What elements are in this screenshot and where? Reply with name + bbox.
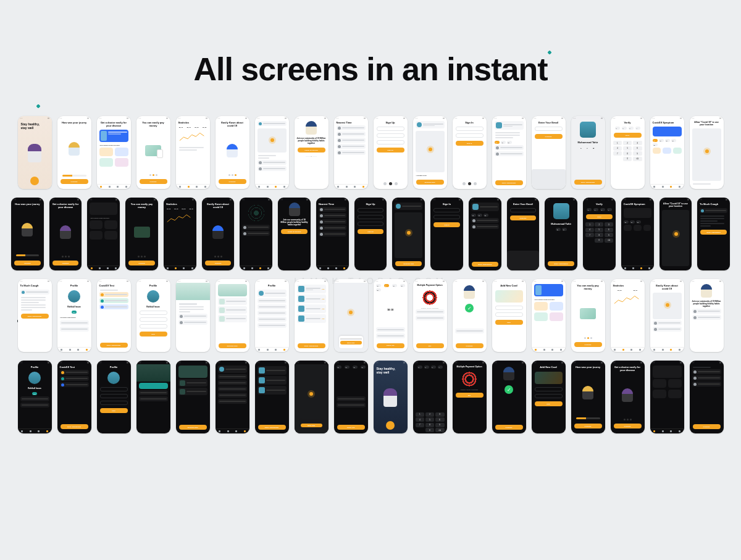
list-item[interactable] [495, 151, 524, 156]
screen-doctor-detail [255, 116, 289, 189]
continue-button[interactable]: Continue [495, 425, 523, 430]
card-input[interactable] [495, 312, 523, 317]
save-button[interactable]: Save [100, 408, 128, 413]
book-button[interactable]: Book Appointment [574, 180, 602, 185]
user-avatar [147, 290, 159, 303]
continue-button[interactable]: Continue [205, 261, 232, 265]
list-item[interactable] [337, 144, 366, 149]
screen-journey-dark: How was your journyContinue [11, 198, 44, 270]
list-item[interactable] [337, 138, 366, 143]
checkout-button[interactable]: Check Out [377, 343, 404, 348]
continue-button[interactable]: Continue [535, 134, 563, 139]
rating-slider[interactable] [576, 417, 600, 419]
checkout-button[interactable]: Check Out [337, 425, 365, 430]
card-input[interactable] [535, 394, 563, 398]
save-button[interactable]: Save [140, 332, 167, 336]
list-item[interactable] [337, 132, 366, 136]
name-input[interactable] [358, 208, 384, 212]
book-button[interactable]: Book Appointment [100, 343, 128, 348]
email-input[interactable] [510, 208, 537, 212]
list-item[interactable] [337, 125, 366, 130]
list-item[interactable] [337, 150, 366, 155]
schedule-button[interactable]: Schedule Now [416, 180, 444, 185]
hospital-image [176, 283, 210, 300]
email-input[interactable] [456, 127, 484, 131]
book-button[interactable]: Book Appointment [258, 425, 286, 430]
screen-signin-dark: Sign InSign In [430, 198, 463, 270]
email-input[interactable] [358, 215, 384, 219]
continue-button[interactable]: Continue [574, 424, 602, 428]
screen-stats-2: Statistics29,4822,48 [611, 279, 645, 352]
signup-button[interactable]: Sign Up [377, 148, 404, 153]
book-button[interactable]: Book Appointment [21, 314, 49, 319]
verify-button[interactable]: Verify [586, 214, 613, 219]
buy-button[interactable]: Buy [416, 343, 444, 348]
create-account-button[interactable]: Create an account [298, 148, 325, 153]
location-title: Allow "Covid 19" to use your location [690, 120, 724, 127]
password-input[interactable] [377, 140, 404, 144]
schedule-button[interactable]: Schedule Now [395, 261, 422, 266]
buy-button[interactable]: Buy [456, 393, 484, 398]
signin-button[interactable]: Sign In [433, 222, 460, 227]
book-button[interactable]: Book Appointment [298, 343, 325, 348]
book-button[interactable]: Book Appointment [700, 230, 727, 235]
field[interactable] [140, 311, 167, 315]
email-input[interactable] [433, 208, 460, 212]
list-item[interactable] [257, 166, 287, 171]
password-input[interactable] [433, 215, 460, 219]
field[interactable] [140, 324, 167, 328]
list-item[interactable] [495, 145, 524, 150]
card-input[interactable] [535, 387, 563, 391]
field[interactable] [100, 401, 128, 405]
continue-button[interactable]: Continue [614, 424, 642, 428]
save-button[interactable]: Save [495, 320, 523, 325]
screen-doctor-map-dark: Schedule Now [392, 198, 425, 270]
email-input[interactable] [377, 133, 404, 138]
field[interactable] [140, 317, 167, 322]
signin-button[interactable]: Sign In [456, 141, 484, 146]
schedule-button[interactable]: Schedule Now [219, 343, 246, 348]
continue-button[interactable]: Continue [693, 424, 721, 429]
continue-button[interactable]: Continue [61, 179, 88, 184]
start-button[interactable] [386, 421, 395, 430]
rating-slider[interactable] [62, 175, 86, 177]
continue-button[interactable]: Continue [219, 179, 246, 184]
signup-button[interactable]: Sign Up [358, 229, 384, 234]
card-input[interactable] [495, 306, 523, 310]
screen-hero-2: Stay healthy, stay well [374, 361, 408, 433]
continue-button[interactable]: Continue [456, 343, 484, 348]
schedule-button[interactable]: Schedule Now [179, 425, 207, 430]
book-now-button[interactable]: Book Now [301, 424, 322, 427]
book-button[interactable]: Book Appointment [548, 261, 574, 266]
verify-button[interactable]: Verify [614, 133, 642, 138]
password-input[interactable] [358, 222, 384, 226]
start-button[interactable] [30, 177, 39, 185]
book-button[interactable]: Book Appointment [472, 262, 498, 267]
create-account-button[interactable]: Create an account [281, 229, 308, 234]
continue-button[interactable]: Continue [14, 261, 41, 265]
continue-button[interactable]: Continue [510, 215, 537, 220]
book-button[interactable]: Book Appointment [495, 180, 523, 185]
book-button[interactable]: Book Appointment [61, 424, 88, 429]
continue-button[interactable]: Continue [140, 179, 167, 184]
field[interactable] [100, 394, 128, 398]
screen-covid-test: Covid19 TestBook Appointment [97, 279, 131, 352]
numeric-keypad[interactable]: 1234567890⌫ [611, 140, 645, 162]
continue-button[interactable]: Continue [128, 261, 155, 265]
save-button[interactable]: Save [535, 401, 563, 406]
screen-payment-dark: Multiple Payment OptionThanks you for Pu… [453, 361, 487, 433]
password-input[interactable] [456, 133, 484, 138]
rating-slider[interactable] [16, 254, 39, 256]
list-item[interactable] [257, 160, 287, 165]
book-now-button[interactable]: Book Now [340, 341, 362, 345]
keyboard[interactable] [532, 169, 566, 189]
continue-button[interactable]: Continue [574, 342, 602, 347]
screen-get-doctor-dark-2: Get a doctor easily for your diseaseCont… [611, 361, 645, 433]
keyboard[interactable] [507, 251, 540, 270]
name-input[interactable] [377, 127, 404, 131]
field[interactable] [100, 387, 128, 391]
doctor-avatar [580, 122, 596, 138]
email-input[interactable] [535, 127, 563, 131]
continue-button[interactable]: Continue [52, 261, 79, 265]
screen-add-card-dark: Add New CardSave [532, 361, 566, 433]
